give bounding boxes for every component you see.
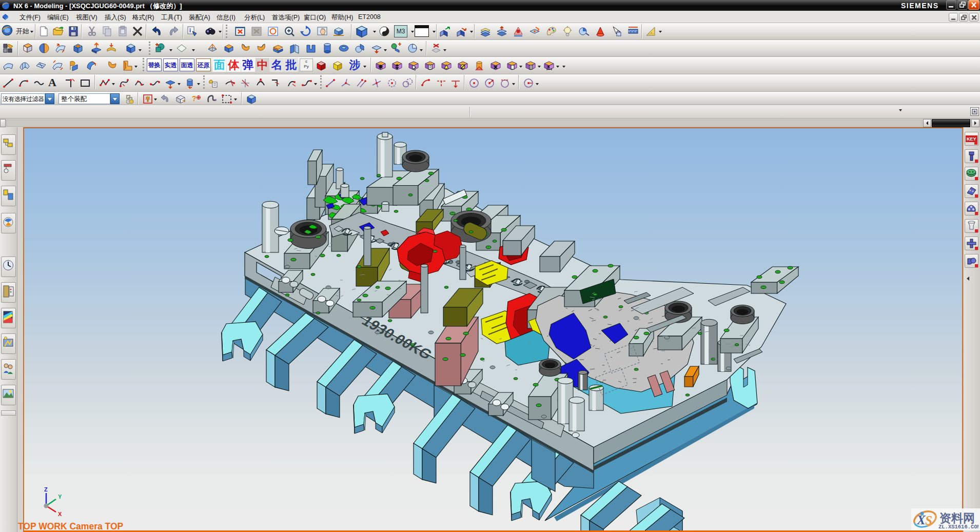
svg-text:X: X — [58, 511, 62, 517]
svg-text:i: i — [189, 27, 191, 33]
svg-text:Z: Z — [44, 486, 48, 492]
svg-text:资料网: 资料网 — [939, 511, 975, 525]
svg-text:Y: Y — [58, 494, 62, 500]
svg-text:?: ? — [192, 94, 197, 103]
svg-text:KEY: KEY — [967, 136, 976, 142]
svg-text:ZL.XS1616.COM: ZL.XS1616.COM — [938, 524, 978, 530]
svg-text:S: S — [925, 514, 932, 527]
